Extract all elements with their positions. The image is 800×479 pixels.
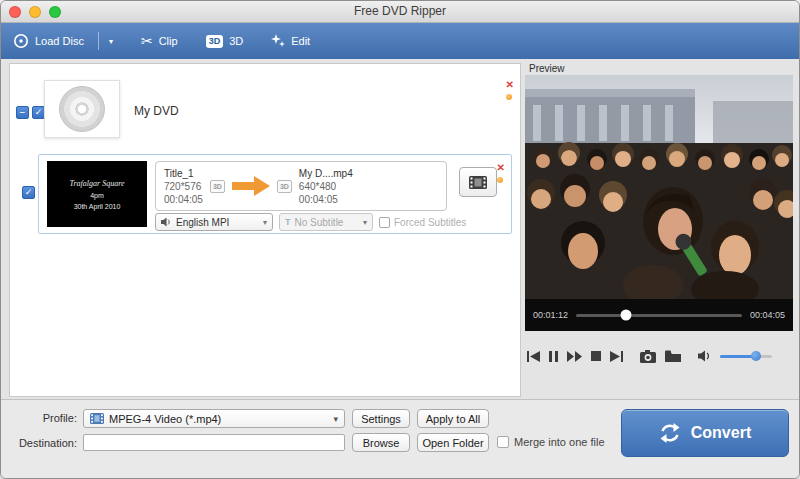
output-settings-bar: Profile: MPEG-4 Video (*.mp4) ▾ Settings… bbox=[1, 399, 799, 479]
collapse-button[interactable]: − bbox=[16, 106, 29, 119]
open-folder-button[interactable]: Open Folder bbox=[417, 433, 489, 452]
thumb-caption-line2: 4pm bbox=[90, 192, 104, 199]
transport-controls bbox=[527, 343, 793, 369]
profile-value: MPEG-4 Video (*.mp4) bbox=[109, 413, 221, 425]
cd-disc-icon bbox=[59, 86, 105, 132]
merge-label: Merge into one file bbox=[514, 436, 605, 448]
close-window-button[interactable] bbox=[9, 6, 21, 18]
chevron-down-icon: ▾ bbox=[363, 218, 367, 227]
conversion-info-box: Title_1 720*576 00:04:05 3D 3D My D....m… bbox=[155, 161, 447, 211]
source-3d-toggle-icon[interactable]: 3D bbox=[210, 180, 225, 193]
divider bbox=[98, 32, 99, 50]
volume-icon[interactable] bbox=[698, 350, 711, 362]
chevron-down-icon: ▾ bbox=[263, 218, 267, 227]
scissors-icon: ✂ bbox=[141, 34, 153, 48]
next-button[interactable] bbox=[610, 351, 623, 362]
edit-button[interactable]: Edit bbox=[271, 34, 310, 48]
app-window: Free DVD Ripper Load Disc ▾ ✂ Clip 3D 3D… bbox=[0, 0, 800, 479]
film-strip-icon bbox=[469, 176, 487, 189]
merge-option: Merge into one file bbox=[497, 436, 605, 448]
snapshot-button[interactable] bbox=[640, 350, 656, 363]
dvd-marker-icon bbox=[506, 94, 512, 100]
profile-format-icon bbox=[90, 413, 104, 424]
forced-subtitles-checkbox[interactable] bbox=[379, 217, 390, 228]
remove-dvd-button[interactable]: ✕ bbox=[506, 80, 514, 90]
title-thumbnail: Trafalgar Square 4pm 30th April 2010 bbox=[47, 161, 147, 227]
video-frame-image bbox=[525, 75, 793, 299]
toolbar: Load Disc ▾ ✂ Clip 3D 3D Edit bbox=[1, 23, 799, 59]
convert-arrow-icon bbox=[232, 176, 270, 196]
clip-label: Clip bbox=[159, 35, 178, 47]
audio-track-value: English MPI bbox=[176, 217, 229, 228]
target-3d-toggle-icon[interactable]: 3D bbox=[277, 180, 292, 193]
audio-track-select[interactable]: English MPI ▾ bbox=[155, 213, 273, 231]
edit-label: Edit bbox=[291, 35, 310, 47]
traffic-lights bbox=[9, 6, 61, 18]
pause-button[interactable] bbox=[549, 351, 558, 362]
open-snapshot-folder-button[interactable] bbox=[665, 350, 681, 362]
settings-button[interactable]: Settings bbox=[352, 409, 410, 428]
dvd-thumbnail bbox=[44, 80, 120, 138]
dvd-title: My DVD bbox=[134, 104, 179, 118]
zoom-window-button[interactable] bbox=[49, 6, 61, 18]
thumb-caption-line3: 30th April 2010 bbox=[74, 203, 121, 210]
convert-sync-icon bbox=[659, 423, 681, 443]
convert-button[interactable]: Convert bbox=[621, 409, 789, 457]
previous-button[interactable] bbox=[527, 351, 540, 362]
source-resolution: 720*576 bbox=[164, 180, 203, 193]
clip-button[interactable]: ✂ Clip bbox=[141, 34, 178, 48]
source-list: − ✓ My DVD ✕ ✓ Trafalgar Square 4pm 30th… bbox=[9, 63, 521, 397]
minimize-window-button[interactable] bbox=[29, 6, 41, 18]
chevron-down-icon[interactable]: ▾ bbox=[109, 37, 113, 46]
track-options-row: English MPI ▾ T No Subtitle ▾ Forced Sub… bbox=[155, 213, 466, 231]
destination-input[interactable] bbox=[83, 434, 345, 451]
volume-slider[interactable] bbox=[720, 355, 772, 358]
playback-time-bar: 00:01:12 00:04:05 bbox=[525, 299, 793, 331]
chevron-down-icon: ▾ bbox=[333, 414, 338, 424]
total-time: 00:04:05 bbox=[750, 310, 785, 320]
preview-panel-label: Preview bbox=[529, 63, 565, 74]
seek-bar[interactable] bbox=[576, 314, 742, 317]
seek-thumb[interactable] bbox=[620, 310, 631, 321]
title-settings-button[interactable] bbox=[459, 167, 497, 197]
3d-icon: 3D bbox=[206, 35, 224, 48]
forced-subtitles-option: Forced Subtitles bbox=[379, 217, 466, 228]
source-title: Title_1 bbox=[164, 167, 203, 180]
speaker-icon bbox=[161, 217, 172, 227]
merge-checkbox[interactable] bbox=[497, 436, 509, 448]
disc-icon bbox=[13, 33, 29, 49]
current-time: 00:01:12 bbox=[533, 310, 568, 320]
target-duration: 00:04:05 bbox=[299, 193, 353, 206]
remove-title-button[interactable]: ✕ bbox=[497, 163, 505, 173]
forced-subtitles-label: Forced Subtitles bbox=[394, 217, 466, 228]
edit-wand-icon bbox=[271, 34, 285, 48]
title-row[interactable]: Trafalgar Square 4pm 30th April 2010 Tit… bbox=[38, 154, 512, 234]
destination-label: Destination: bbox=[1, 437, 77, 449]
subtitle-value: No Subtitle bbox=[295, 217, 344, 228]
subtitle-select[interactable]: T No Subtitle ▾ bbox=[279, 213, 373, 231]
subtitle-t-icon: T bbox=[285, 217, 291, 227]
apply-to-all-button[interactable]: Apply to All bbox=[417, 409, 489, 428]
profile-select[interactable]: MPEG-4 Video (*.mp4) ▾ bbox=[83, 409, 345, 428]
target-filename: My D....mp4 bbox=[299, 167, 353, 180]
load-disc-button[interactable]: Load Disc ▾ bbox=[13, 32, 113, 50]
stop-button[interactable] bbox=[591, 351, 601, 361]
title-checkbox[interactable]: ✓ bbox=[22, 186, 35, 199]
3d-label: 3D bbox=[229, 35, 243, 47]
titlebar: Free DVD Ripper bbox=[1, 1, 799, 23]
3d-button[interactable]: 3D 3D bbox=[206, 35, 244, 48]
source-info: Title_1 720*576 00:04:05 bbox=[164, 167, 203, 206]
profile-label: Profile: bbox=[1, 412, 77, 424]
target-info: My D....mp4 640*480 00:04:05 bbox=[299, 167, 353, 206]
browse-button[interactable]: Browse bbox=[352, 433, 410, 452]
title-marker-icon bbox=[497, 177, 503, 183]
source-duration: 00:04:05 bbox=[164, 193, 203, 206]
window-title: Free DVD Ripper bbox=[1, 1, 799, 22]
target-resolution: 640*480 bbox=[299, 180, 353, 193]
volume-thumb[interactable] bbox=[751, 351, 761, 361]
load-disc-label: Load Disc bbox=[35, 35, 84, 47]
fast-forward-button[interactable] bbox=[567, 351, 582, 362]
preview-video: 00:01:12 00:04:05 bbox=[525, 75, 793, 331]
thumb-caption-line1: Trafalgar Square bbox=[69, 179, 124, 188]
convert-label: Convert bbox=[691, 424, 751, 442]
